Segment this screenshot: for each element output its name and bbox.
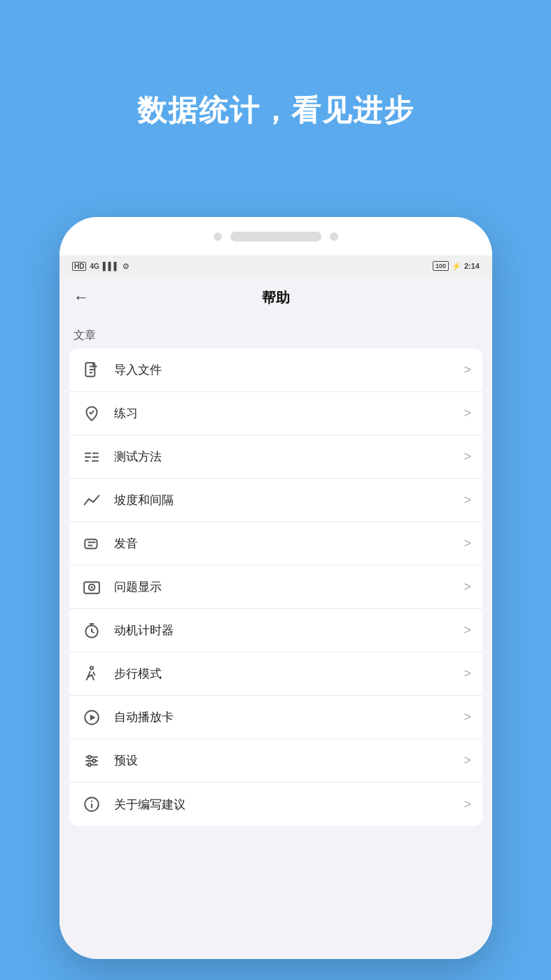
practice-chevron: > [463,406,471,421]
clock: 2:14 [464,262,480,270]
hd-badge: HD [72,262,86,271]
menu-item-presets[interactable]: 预设 > [69,739,482,783]
walking-mode-icon [81,663,103,685]
menu-item-auto-play[interactable]: 自动播放卡 > [69,696,482,739]
menu-item-import-file[interactable]: 导入文件 > [69,349,482,392]
test-method-label: 测试方法 [114,449,463,465]
menu-item-motivation-timer[interactable]: 动机计时器 > [69,609,482,652]
svg-marker-14 [90,714,96,720]
test-method-icon [81,446,103,468]
app-content: ← 帮助 文章 导入文件 > 练习 > [60,276,492,959]
writing-advice-label: 关于编写建议 [114,797,463,813]
pronunciation-icon [81,533,103,555]
status-right: 100 ⚡ 2:14 [433,261,480,271]
svg-point-18 [88,755,91,758]
menu-item-walking-mode[interactable]: 步行模式 > [69,652,482,696]
motivation-timer-label: 动机计时器 [114,622,463,638]
phone-mockup: HD 4G ▌▌▌ ⊙ 100 ⚡ 2:14 ← 帮助 文章 导入文件 [60,217,492,959]
menu-item-slope-interval[interactable]: 坡度和间隔 > [69,479,482,522]
svg-point-12 [90,666,93,669]
slope-interval-chevron: > [463,493,471,507]
menu-item-practice[interactable]: 练习 > [69,392,482,435]
svg-point-23 [91,801,92,802]
svg-point-19 [92,759,95,762]
presets-label: 预设 [114,752,463,769]
status-bar: HD 4G ▌▌▌ ⊙ 100 ⚡ 2:14 [60,255,492,276]
test-method-chevron: > [463,449,471,464]
problem-display-chevron: > [463,580,471,594]
auto-play-chevron: > [463,710,471,724]
import-file-icon [81,359,103,382]
phone-speaker [230,232,321,241]
presets-chevron: > [463,753,471,768]
pronunciation-chevron: > [463,536,471,551]
status-left: HD 4G ▌▌▌ ⊙ [72,262,129,271]
slope-interval-label: 坡度和间隔 [114,492,463,508]
phone-dot-left [214,232,222,241]
writing-advice-chevron: > [463,797,471,812]
signal-icon: ▌▌▌ [103,262,119,270]
walking-mode-label: 步行模式 [114,666,463,682]
walking-mode-chevron: > [463,666,471,681]
practice-label: 练习 [114,405,463,421]
battery-icon: 100 [433,261,449,271]
auto-play-icon [81,706,103,729]
motivation-timer-chevron: > [463,623,471,638]
phone-dot-right [330,232,338,241]
section-header: 文章 [60,318,492,349]
writing-advice-icon [81,793,103,816]
import-file-chevron: > [463,363,471,377]
presets-icon [81,750,103,772]
import-file-label: 导入文件 [114,362,463,378]
network-badge: 4G [90,262,99,270]
svg-rect-7 [85,539,97,548]
menu-list: 导入文件 > 练习 > 测试方法 > [69,349,482,826]
menu-item-test-method[interactable]: 测试方法 > [69,435,482,479]
lightning-icon: ⚡ [452,262,461,271]
svg-point-10 [90,586,92,588]
problem-display-label: 问题显示 [114,579,463,595]
nav-bar: ← 帮助 [60,276,492,318]
menu-item-writing-advice[interactable]: 关于编写建议 > [69,783,482,826]
nav-title: 帮助 [262,288,290,307]
practice-icon [81,402,103,425]
menu-item-pronunciation[interactable]: 发音 > [69,522,482,566]
page-headline: 数据统计，看见进步 [0,91,551,130]
wifi-icon: ⊙ [123,262,129,271]
slope-interval-icon [81,489,103,512]
phone-top-bar [60,217,492,255]
motivation-timer-icon [81,620,103,642]
auto-play-label: 自动播放卡 [114,709,463,725]
back-button[interactable]: ← [74,288,89,307]
menu-item-problem-display[interactable]: 问题显示 > [69,566,482,609]
svg-point-20 [88,763,91,766]
problem-display-icon [81,576,103,598]
pronunciation-label: 发音 [114,536,463,552]
